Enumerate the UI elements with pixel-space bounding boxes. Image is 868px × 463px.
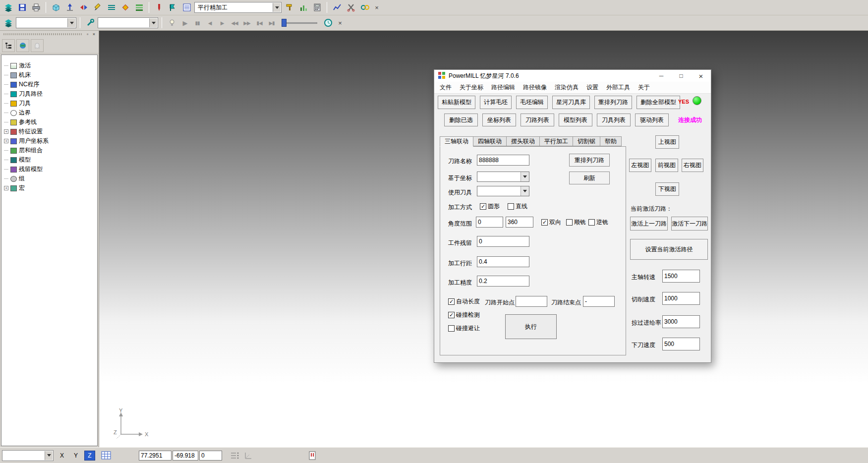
calculator-icon[interactable] — [311, 1, 323, 14]
angle-to-input[interactable] — [506, 217, 533, 228]
minimize-button[interactable]: ─ — [651, 70, 671, 82]
slider-handle[interactable] — [282, 19, 287, 27]
grid-icon[interactable] — [100, 450, 112, 461]
auto-length-checkbox[interactable]: 自动长度 — [448, 297, 480, 306]
tree-item-activate[interactable]: 激活 — [1, 61, 97, 70]
tab-4axis[interactable]: 四轴联动 — [473, 136, 507, 146]
card-icon[interactable] — [306, 450, 318, 461]
x-axis-button[interactable]: X — [57, 451, 67, 461]
toolpath-list-button[interactable]: 刀路列表 — [521, 114, 554, 126]
stepover-input[interactable] — [477, 256, 529, 267]
plunge-feed-input[interactable] — [662, 338, 700, 350]
spindle-speed-input[interactable] — [662, 270, 700, 283]
tree-item-models[interactable]: 模型 — [1, 155, 97, 165]
scissors-icon[interactable] — [345, 1, 357, 14]
execute-button[interactable]: 执行 — [505, 314, 557, 339]
tab-head-tilt[interactable]: 摆头联动 — [506, 136, 540, 146]
combobox-arrow-icon[interactable] — [149, 18, 157, 27]
view-top-button[interactable]: 上视图 — [655, 135, 679, 149]
tree-item-tools[interactable]: 刀具 — [1, 99, 97, 108]
graph-icon[interactable] — [297, 1, 309, 14]
tree-item-macros[interactable]: +宏 — [1, 183, 97, 193]
z-axis-button[interactable]: Z — [84, 451, 95, 461]
dock-grip[interactable] — [3, 33, 82, 35]
tool-combobox[interactable] — [98, 17, 158, 28]
strategy-ribbon-icon[interactable] — [167, 1, 179, 14]
clock-icon[interactable] — [322, 17, 334, 29]
tab-3axis[interactable]: 三轴联动 — [440, 136, 473, 147]
cursor-z-input[interactable] — [199, 451, 222, 461]
toolpath-end-input[interactable] — [583, 296, 615, 307]
y-axis-button[interactable]: Y — [70, 451, 81, 461]
model-list-button[interactable]: 模型列表 — [559, 114, 592, 126]
stock-allowance-input[interactable] — [477, 236, 529, 247]
simulation-speed-slider[interactable] — [282, 18, 317, 27]
menu-render-sim[interactable]: 渲染仿真 — [551, 83, 582, 92]
tree-item-stock-models[interactable]: 残留模型 — [1, 165, 97, 174]
pause-button[interactable]: ▮▮ — [192, 17, 203, 28]
reorder-toolpaths-panel-button[interactable]: 重排列刀路 — [569, 154, 610, 167]
tool-icon[interactable] — [153, 1, 165, 14]
menu-path-mirror[interactable]: 路径镜像 — [519, 83, 551, 92]
rewind-button[interactable]: ◀◀ — [229, 17, 240, 28]
expander-icon[interactable]: + — [4, 139, 8, 143]
statusbar-combobox[interactable] — [2, 450, 54, 461]
rapid-feed-input[interactable] — [662, 315, 700, 328]
pattern-icon[interactable] — [105, 1, 117, 14]
dock-minimize-button[interactable]: ▫ — [84, 31, 91, 37]
stats-icon[interactable] — [331, 1, 343, 14]
explorer-dock-bar[interactable]: ▫ × — [0, 31, 99, 38]
tree-item-levels[interactable]: 层和组合 — [1, 146, 97, 155]
cursor-y-input[interactable] — [173, 451, 198, 461]
toolpath-combobox[interactable] — [16, 17, 76, 28]
layers-icon[interactable] — [2, 17, 14, 29]
climb-mill-checkbox[interactable]: 顺铣 — [566, 218, 586, 227]
levels-icon[interactable] — [133, 1, 145, 14]
line-mode-checkbox[interactable]: 直线 — [508, 202, 527, 211]
tree-item-patterns[interactable]: 参考线 — [1, 117, 97, 127]
layers-icon[interactable] — [2, 1, 14, 14]
tolerance-input[interactable] — [477, 276, 529, 287]
paste-new-model-button[interactable]: 粘贴新模型 — [438, 96, 475, 109]
dock-close-button[interactable]: × — [91, 31, 97, 37]
drive-list-button[interactable]: 驱动列表 — [635, 114, 669, 126]
toolbar-close-button[interactable]: × — [372, 3, 381, 12]
menu-path-edit[interactable]: 路径编辑 — [487, 83, 519, 92]
tool-list-button[interactable]: 刀具列表 — [597, 114, 631, 126]
activate-prev-toolpath-button[interactable]: 激活上一刀路 — [630, 217, 668, 231]
refresh-button[interactable]: 刷新 — [569, 172, 610, 184]
maximize-button[interactable]: □ — [671, 70, 691, 82]
tab-help[interactable]: 帮助 — [600, 136, 622, 146]
view-front-button[interactable]: 前视图 — [655, 159, 678, 172]
toolpath-start-input[interactable] — [516, 296, 547, 307]
view-bottom-button[interactable]: 下视图 — [655, 182, 679, 196]
set-active-path-button[interactable]: 设置当前激活路径 — [630, 239, 708, 260]
expander-icon[interactable]: + — [4, 186, 8, 190]
strategy-combobox[interactable]: 平行精加工 — [194, 2, 282, 13]
delete-selected-button[interactable]: 删除已选 — [444, 114, 478, 126]
cursor-x-input[interactable] — [139, 451, 172, 461]
coordinate-list-button[interactable]: 坐标列表 — [482, 114, 516, 126]
close-button[interactable]: × — [691, 70, 711, 82]
tree-item-nc-programs[interactable]: NC程序 — [1, 80, 97, 89]
lightbulb-icon[interactable] — [166, 17, 178, 29]
hammer-icon[interactable] — [283, 1, 295, 14]
base-coordinate-combobox[interactable] — [477, 172, 529, 182]
print-icon[interactable] — [30, 1, 42, 14]
conventional-mill-checkbox[interactable]: 逆铣 — [588, 218, 608, 227]
go-start-button[interactable]: ▮◀ — [254, 17, 265, 28]
angle-from-input[interactable] — [476, 217, 503, 228]
menu-settings[interactable]: 设置 — [582, 83, 602, 92]
view-right-button[interactable]: 右视图 — [682, 159, 703, 172]
axes-icon[interactable] — [242, 450, 254, 461]
use-tool-combobox[interactable] — [477, 186, 529, 196]
toolpath-name-input[interactable] — [477, 155, 529, 166]
toolbar-close-button[interactable]: × — [336, 18, 345, 27]
z-axis-icon[interactable] — [63, 1, 76, 14]
view-left-button[interactable]: 左视图 — [629, 159, 651, 172]
step-forward-button[interactable]: ▶ — [217, 17, 228, 28]
combobox-arrow-icon[interactable] — [67, 18, 75, 27]
diamond-icon[interactable] — [119, 1, 131, 14]
block-edit-button[interactable]: 毛坯编辑 — [516, 96, 548, 109]
combobox-arrow-icon[interactable] — [45, 451, 53, 460]
